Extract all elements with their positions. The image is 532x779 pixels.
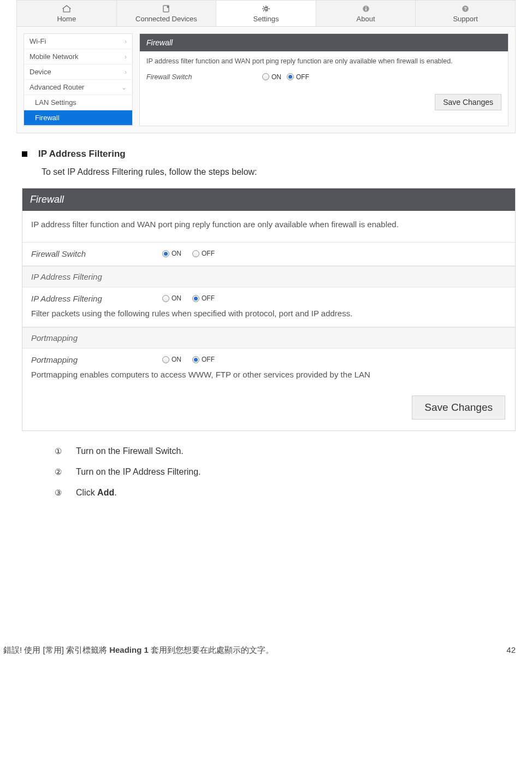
svg-text:?: ? — [464, 6, 467, 11]
chevron-right-icon: › — [125, 68, 127, 76]
panel-title: Firewall — [140, 34, 508, 51]
sidebar-label: Device — [29, 68, 51, 76]
step-text-bold: Add — [97, 488, 114, 497]
sidebar-item-wifi[interactable]: Wi-Fi › — [24, 34, 132, 49]
router-admin-top-screenshot: Home Connected Devices Settings About ? … — [16, 0, 516, 133]
tab-label: About — [357, 15, 375, 23]
svg-point-1 — [167, 6, 169, 8]
firewall-switch-label: Firewall Switch — [146, 73, 256, 81]
settings-sidebar: Wi-Fi › Mobile Network › Device › Advanc… — [23, 33, 133, 126]
router-body: Wi-Fi › Mobile Network › Device › Advanc… — [17, 27, 515, 133]
tab-support[interactable]: ? Support — [416, 1, 515, 26]
footer-heading1-text: Heading 1 — [109, 645, 149, 654]
portmapping-on[interactable]: ON — [162, 356, 181, 363]
panel-title: Firewall — [22, 188, 515, 211]
footer-error-text: 錯誤! 使用 [常用] 索引標籤將 Heading 1 套用到您想要在此處顯示的… — [3, 645, 274, 656]
section-heading-row: IP Address Filtering — [22, 149, 516, 160]
portmapping-note: Portmapping enables computers to access … — [22, 367, 515, 388]
sidebar-label: Wi-Fi — [29, 37, 46, 45]
step-number: ② — [55, 467, 62, 477]
radio-label: ON — [172, 250, 181, 257]
firewall-switch-on[interactable]: ON — [162, 250, 181, 257]
step-number: ① — [55, 446, 62, 456]
step-1: ① Turn on the Firewall Switch. — [55, 446, 516, 456]
firewall-switch-off[interactable]: OFF — [287, 73, 309, 81]
step-text-part: Click — [76, 488, 97, 497]
svg-point-2 — [264, 8, 267, 10]
chevron-down-icon: ⌄ — [121, 84, 127, 91]
steps-list: ① Turn on the Firewall Switch. ② Turn on… — [55, 446, 516, 498]
panel-top-section: IP address filter function and WAN port … — [22, 211, 515, 243]
sidebar-item-firewall[interactable]: Firewall — [24, 110, 132, 126]
sidebar-label: LAN Settings — [35, 98, 76, 107]
firewall-panel-large: Firewall IP address filter function and … — [22, 188, 516, 431]
sidebar-item-advanced-router[interactable]: Advanced Router ⌄ — [24, 80, 132, 95]
question-icon: ? — [416, 4, 515, 14]
radio-label: OFF — [296, 73, 309, 81]
step-text: Turn on the IP Address Filtering. — [76, 467, 201, 477]
radio-icon — [192, 295, 199, 302]
radio-icon — [262, 73, 269, 80]
radio-label: OFF — [202, 356, 215, 363]
portmapping-subheader: Portmapping — [22, 327, 515, 349]
home-icon — [17, 4, 116, 14]
panel-description: IP address filter function and WAN port … — [31, 219, 506, 231]
tab-about[interactable]: About — [316, 1, 416, 26]
sidebar-item-mobile-network[interactable]: Mobile Network › — [24, 49, 132, 64]
firewall-switch-row: Firewall Switch ON OFF — [22, 243, 515, 261]
tab-connected-devices[interactable]: Connected Devices — [117, 1, 217, 26]
save-changes-button[interactable]: Save Changes — [412, 396, 505, 420]
radio-label: ON — [172, 356, 181, 363]
firewall-switch-label: Firewall Switch — [31, 249, 162, 258]
sidebar-label: Advanced Router — [29, 83, 84, 91]
doc-section: IP Address Filtering To set IP Address F… — [22, 149, 516, 177]
panel-description: IP address filter function and WAN port … — [146, 57, 501, 67]
radio-label: OFF — [202, 294, 215, 302]
ip-filtering-label: IP Address Filtering — [31, 294, 162, 303]
ip-filtering-off[interactable]: OFF — [192, 294, 215, 302]
radio-icon — [162, 250, 169, 257]
step-text-part: . — [114, 488, 116, 497]
ip-filtering-row: IP Address Filtering ON OFF — [22, 287, 515, 305]
section-heading: IP Address Filtering — [38, 149, 126, 160]
tab-settings[interactable]: Settings — [216, 1, 316, 26]
tab-label: Settings — [253, 15, 279, 23]
sidebar-item-lan-settings[interactable]: LAN Settings — [24, 95, 132, 110]
ip-filtering-on[interactable]: ON — [162, 294, 181, 302]
firewall-switch-off[interactable]: OFF — [192, 250, 215, 257]
step-number: ③ — [55, 488, 62, 498]
info-icon — [316, 4, 416, 14]
radio-label: OFF — [202, 250, 215, 257]
step-text: Turn on the Firewall Switch. — [76, 446, 184, 456]
radio-icon — [192, 250, 199, 257]
portmapping-row: Portmapping ON OFF — [22, 349, 515, 367]
devices-icon — [117, 4, 216, 14]
tab-label: Home — [57, 15, 76, 23]
step-2: ② Turn on the IP Address Filtering. — [55, 467, 516, 477]
radio-icon — [162, 295, 169, 302]
firewall-switch-row: Firewall Switch ON OFF — [146, 73, 501, 81]
sidebar-label: Mobile Network — [29, 52, 79, 61]
tab-label: Support — [453, 15, 478, 23]
radio-icon — [162, 356, 169, 363]
svg-rect-5 — [365, 7, 367, 8]
radio-icon — [192, 356, 199, 363]
portmapping-off[interactable]: OFF — [192, 356, 215, 363]
sidebar-item-device[interactable]: Device › — [24, 64, 132, 80]
firewall-panel-small: Firewall IP address filter function and … — [139, 33, 509, 126]
top-tabs: Home Connected Devices Settings About ? … — [17, 1, 515, 27]
save-changes-button[interactable]: Save Changes — [435, 94, 501, 110]
firewall-switch-on[interactable]: ON — [262, 73, 281, 81]
tab-home[interactable]: Home — [17, 1, 117, 26]
footer-text-part: 錯誤! 使用 [常用] 索引標籤將 — [3, 645, 109, 654]
page-footer: 錯誤! 使用 [常用] 索引標籤將 Heading 1 套用到您想要在此處顯示的… — [0, 645, 532, 661]
ip-filtering-note: Filter packets using the following rules… — [22, 305, 515, 327]
radio-label: ON — [172, 294, 181, 302]
svg-rect-4 — [365, 8, 367, 10]
footer-text-part: 套用到您想要在此處顯示的文字。 — [149, 645, 274, 654]
sidebar-label: Firewall — [35, 114, 60, 122]
square-bullet-icon — [22, 151, 27, 157]
chevron-right-icon: › — [125, 38, 127, 45]
radio-label: ON — [271, 73, 281, 81]
radio-icon — [287, 73, 294, 80]
